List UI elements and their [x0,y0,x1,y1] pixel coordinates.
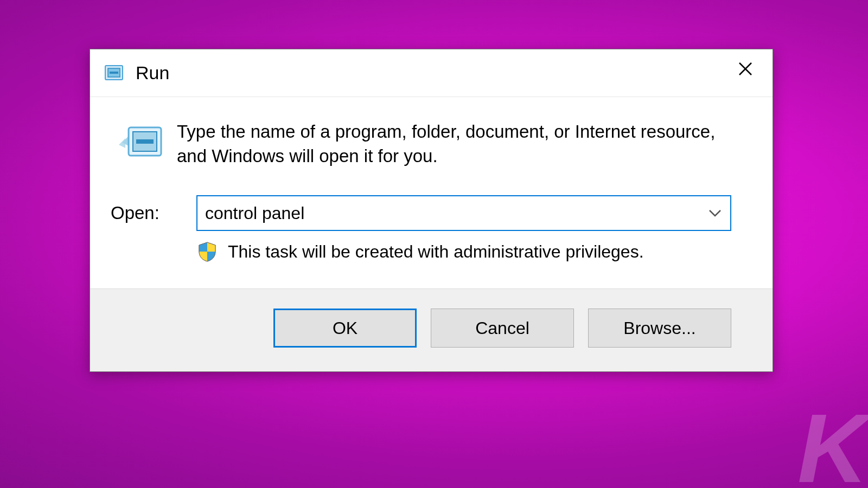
run-icon [102,61,126,85]
browse-button[interactable]: Browse... [588,309,731,348]
chevron-down-icon[interactable] [700,196,730,230]
open-combobox[interactable] [196,195,731,231]
run-large-icon [110,120,174,163]
dialog-footer: OK Cancel Browse... [90,288,773,371]
open-label: Open: [110,203,196,223]
watermark: K [797,392,863,488]
run-dialog: Run [90,49,773,372]
dialog-title: Run [136,62,169,84]
shield-icon [196,241,218,262]
titlebar: Run [90,49,773,97]
admin-privileges-note: This task will be created with administr… [228,242,644,262]
open-input[interactable] [197,196,700,230]
dialog-description: Type the name of a program, folder, docu… [174,120,731,168]
svg-rect-2 [110,72,118,74]
cancel-button[interactable]: Cancel [431,309,574,348]
svg-rect-7 [136,139,154,144]
close-icon [737,61,754,79]
dialog-body: Type the name of a program, folder, docu… [90,97,773,288]
close-button[interactable] [723,53,768,87]
ok-button[interactable]: OK [273,309,417,348]
